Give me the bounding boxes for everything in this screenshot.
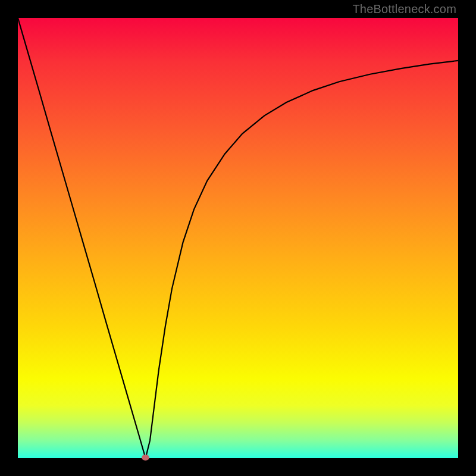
minimum-marker bbox=[142, 455, 149, 461]
chart-frame: TheBottleneck.com bbox=[0, 0, 476, 476]
bottleneck-curve bbox=[18, 18, 458, 458]
plot-area bbox=[18, 18, 458, 458]
curve-path bbox=[18, 18, 458, 458]
site-credit-label: TheBottleneck.com bbox=[352, 2, 456, 16]
